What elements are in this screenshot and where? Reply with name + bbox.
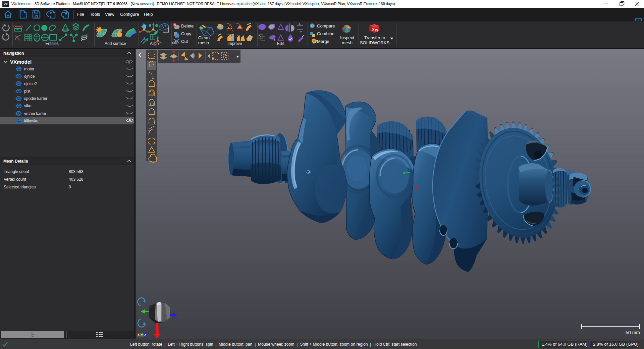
- svg-text:Merge: Merge: [317, 39, 329, 44]
- svg-text:Inspect: Inspect: [340, 35, 354, 40]
- svg-text:mesh: mesh: [198, 40, 209, 45]
- svg-text:Entities: Entities: [45, 41, 58, 46]
- svg-text:Improve: Improve: [227, 41, 242, 46]
- svg-text:SOLIDWORKS: SOLIDWORKS: [360, 40, 389, 45]
- svg-text:Combine: Combine: [317, 31, 334, 36]
- svg-text:0: 0: [69, 185, 71, 189]
- svg-text:S: S: [372, 27, 374, 31]
- svg-text:Copy: Copy: [181, 31, 192, 36]
- svg-text:ojnice2: ojnice2: [24, 81, 37, 86]
- svg-text:Triangle count: Triangle count: [4, 169, 29, 174]
- svg-text:?: ?: [637, 19, 640, 21]
- svg-text:Transfer to: Transfer to: [364, 35, 385, 40]
- svg-text:motor: motor: [24, 67, 35, 71]
- svg-text:ojnice: ojnice: [24, 74, 35, 79]
- svg-text:VXmodel: VXmodel: [10, 59, 32, 65]
- svg-text:W: W: [375, 28, 378, 32]
- svg-text:Mesh Details: Mesh Details: [3, 159, 28, 164]
- svg-text:Vertex count: Vertex count: [4, 177, 26, 182]
- svg-text:mesh: mesh: [342, 40, 353, 45]
- svg-text:spodni karter: spodni karter: [24, 96, 47, 101]
- svg-text:403 528: 403 528: [69, 177, 84, 182]
- svg-text:X: X: [138, 333, 140, 337]
- svg-text:vrchni karter: vrchni karter: [24, 111, 46, 116]
- svg-text:Selected triangles: Selected triangles: [4, 185, 36, 189]
- svg-text:Navigation: Navigation: [3, 51, 24, 56]
- svg-text:Compare: Compare: [317, 23, 335, 28]
- svg-text:50 mm: 50 mm: [626, 330, 640, 335]
- svg-text:Add surface: Add surface: [105, 41, 126, 46]
- svg-text:Edit: Edit: [277, 41, 284, 46]
- svg-text:Y: Y: [141, 333, 143, 337]
- svg-text:viko: viko: [24, 104, 32, 108]
- svg-text:Clean: Clean: [198, 35, 210, 40]
- svg-text:pist: pist: [24, 89, 31, 94]
- svg-text:Z: Z: [144, 333, 146, 337]
- svg-text:Cut: Cut: [181, 39, 188, 44]
- svg-text:klikovka: klikovka: [24, 119, 39, 123]
- svg-text:Delete: Delete: [181, 23, 194, 28]
- svg-text:803 563: 803 563: [69, 169, 84, 174]
- svg-text:Align: Align: [150, 41, 159, 46]
